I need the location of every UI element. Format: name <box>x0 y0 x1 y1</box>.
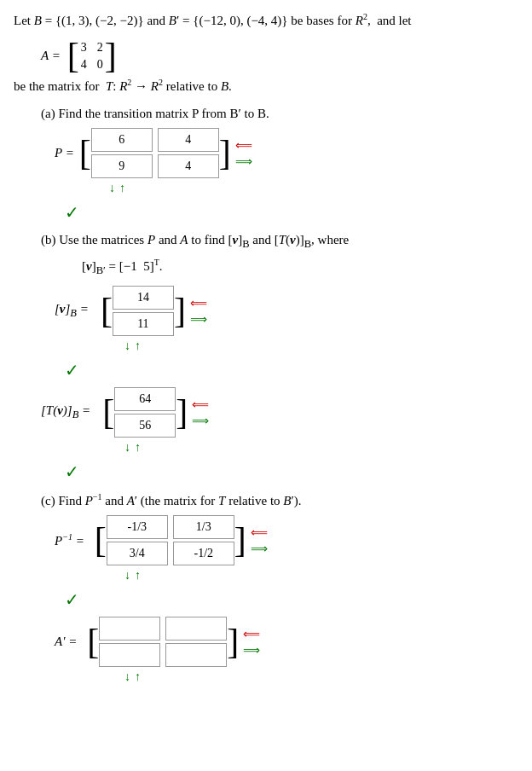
pinv-label: P−1 = <box>55 532 84 548</box>
pinv-input-11[interactable] <box>173 542 234 565</box>
part-b-checkmark2: ✓ <box>65 461 518 482</box>
problem-statement: Let B = {(1, 3), (−2, −2)} and B′ = {(−1… <box>14 10 518 31</box>
tvb-arrow-up[interactable]: ↑ <box>135 441 141 455</box>
aprime-input-11[interactable] <box>165 643 227 667</box>
vb-arrow-down[interactable]: ↓ <box>124 339 130 353</box>
p-row-1 <box>91 128 219 152</box>
tvb-input-matrix <box>114 387 176 438</box>
vb-arrow-right[interactable]: ⟹ <box>190 312 207 327</box>
vb-label: [v]B = <box>55 302 89 320</box>
tvb-arrow-right[interactable]: ⟹ <box>192 414 209 428</box>
matrix-a-display: [ 3 2 4 0 ] <box>67 39 117 72</box>
tvb-arrow-down[interactable]: ↓ <box>124 441 130 455</box>
part-b-checkmark1: ✓ <box>65 360 518 380</box>
tvb-bracket: [ ] <box>102 387 188 438</box>
aprime-input-10[interactable] <box>99 643 160 667</box>
aprime-left-bracket: [ <box>87 627 99 658</box>
tvb-label: [T(v)]B = <box>41 403 90 421</box>
p-arrow-right[interactable]: ⟹ <box>235 154 252 169</box>
aprime-equation: A′ = [ ] ⟸ ⟹ <box>55 617 518 667</box>
pinv-input-matrix <box>107 515 234 565</box>
tvb-input-1[interactable] <box>114 414 176 438</box>
pinv-nav-arrows: ⟸ ⟹ <box>251 525 268 556</box>
p-input-11[interactable] <box>158 154 219 178</box>
pinv-equation: P−1 = [ ] ⟸ ⟹ <box>55 515 518 565</box>
problem-line2: be the matrix for T: R2 → R2 relative to… <box>14 76 518 96</box>
vb-input-matrix <box>113 286 174 336</box>
pinv-right-bracket: ] <box>234 525 246 556</box>
aprime-row-2 <box>99 643 227 667</box>
vb-arrow-left[interactable]: ⟸ <box>190 296 207 310</box>
left-bracket: [ <box>67 41 79 72</box>
vb-vert-arrows: ↓ ↑ <box>124 339 518 353</box>
matrix-a-values: 3 2 4 0 <box>79 39 105 72</box>
vb-right-bracket: ] <box>174 296 186 327</box>
aprime-input-matrix <box>99 617 227 667</box>
tvb-vert-arrows: ↓ ↑ <box>124 441 518 455</box>
p-nav-arrows: ⟸ ⟹ <box>235 138 252 169</box>
pinv-input-01[interactable] <box>173 515 234 539</box>
vb-left-bracket: [ <box>101 296 113 327</box>
vb-input-1[interactable] <box>113 312 174 336</box>
vb-row-2 <box>113 312 174 336</box>
tvb-nav-arrows: ⟸ ⟹ <box>192 397 209 428</box>
p-input-matrix <box>91 128 219 178</box>
tvb-row-2 <box>114 414 176 438</box>
tvb-right-bracket: ] <box>176 397 188 428</box>
pinv-left-bracket: [ <box>95 525 107 556</box>
pinv-input-10[interactable] <box>107 542 168 565</box>
p-arrow-down[interactable]: ↓ <box>109 182 115 195</box>
p-arrow-left[interactable]: ⟸ <box>235 138 252 153</box>
pinv-row-2 <box>107 542 234 565</box>
aprime-input-00[interactable] <box>99 617 160 641</box>
vb-arrow-up[interactable]: ↑ <box>135 339 141 353</box>
p-label: P = <box>55 146 74 160</box>
problem-line1: Let B = {(1, 3), (−2, −2)} and B′ = {(−1… <box>14 14 412 27</box>
pinv-vert-arrows: ↓ ↑ <box>124 569 518 583</box>
tvb-equation: [T(v)]B = [ ] ⟸ ⟹ <box>41 387 518 438</box>
pinv-bracket: [ ] <box>95 515 246 565</box>
p-input-10[interactable] <box>91 154 153 178</box>
matrix-a-label: A = <box>41 49 61 63</box>
vb-bracket: [ ] <box>101 286 186 336</box>
aprime-right-bracket: ] <box>227 627 239 658</box>
aprime-nav-arrows: ⟸ ⟹ <box>243 627 260 658</box>
p-row-2 <box>91 154 219 178</box>
aprime-row-1 <box>99 617 227 641</box>
right-bracket: ] <box>105 41 117 72</box>
aprime-arrow-up[interactable]: ↑ <box>135 670 141 684</box>
tvb-left-bracket: [ <box>102 397 114 428</box>
p-left-bracket: [ <box>79 138 91 169</box>
aprime-arrow-right[interactable]: ⟹ <box>243 643 260 658</box>
vb-equation: [v]B = [ ] ⟸ ⟹ <box>55 286 518 336</box>
tvb-arrow-left[interactable]: ⟸ <box>192 397 209 412</box>
pinv-arrow-down[interactable]: ↓ <box>124 569 130 583</box>
pinv-arrow-up[interactable]: ↑ <box>135 569 141 583</box>
p-input-01[interactable] <box>158 128 219 152</box>
vb-input-0[interactable] <box>113 286 174 310</box>
given-vector: [v]B′ = [−1 5]T. <box>82 258 518 277</box>
part-a-checkmark: ✓ <box>65 202 518 223</box>
vb-nav-arrows: ⟸ ⟹ <box>190 296 207 327</box>
aprime-arrow-left[interactable]: ⟸ <box>243 627 260 641</box>
aprime-arrow-down[interactable]: ↓ <box>124 670 130 684</box>
pinv-input-00[interactable] <box>107 515 168 539</box>
part-a-equation: P = [ ] ⟸ ⟹ <box>55 128 518 178</box>
aprime-input-01[interactable] <box>165 617 227 641</box>
aprime-vert-arrows: ↓ ↑ <box>124 670 518 684</box>
pinv-arrow-left[interactable]: ⟸ <box>251 525 268 540</box>
vb-row-1 <box>113 286 174 310</box>
tvb-input-0[interactable] <box>114 387 176 411</box>
p-arrow-up[interactable]: ↑ <box>119 182 125 195</box>
pinv-arrow-right[interactable]: ⟹ <box>251 542 268 556</box>
part-c-checkmark: ✓ <box>65 589 518 610</box>
p-matrix-bracket: [ ] <box>79 128 231 178</box>
part-b-label: (b) Use the matrices P and A to find [v]… <box>41 233 518 251</box>
pinv-row-1 <box>107 515 234 539</box>
aprime-label: A′ = <box>55 635 77 649</box>
tvb-row-1 <box>114 387 176 411</box>
p-vert-arrows: ↓ ↑ <box>109 182 518 195</box>
part-c-label: (c) Find P−1 and A′ (the matrix for T re… <box>41 492 518 508</box>
p-input-00[interactable] <box>91 128 153 152</box>
part-a-label: (a) Find the transition matrix P from B′… <box>41 107 518 121</box>
